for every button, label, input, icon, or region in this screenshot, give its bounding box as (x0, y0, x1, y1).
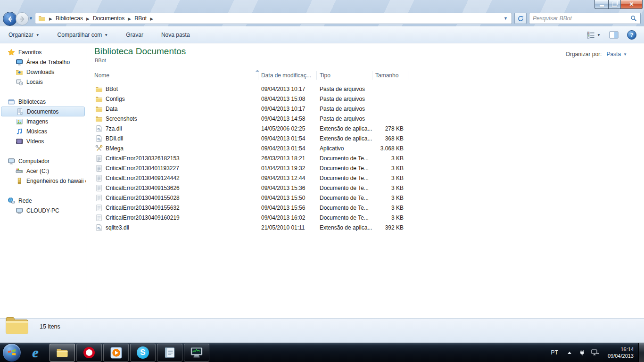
sidebar-item-videos[interactable]: Vídeos (0, 136, 86, 146)
back-button[interactable] (3, 12, 17, 26)
table-row[interactable]: CriticalError20130409160219 09/04/2013 1… (87, 213, 644, 222)
table-row[interactable]: CriticalError20130326182153 26/03/2013 1… (87, 153, 644, 163)
sidebar-item-musicas[interactable]: Músicas (0, 126, 86, 136)
toolbar-button-organizar[interactable]: Organizar▼ (4, 29, 44, 41)
toolbar-button-gravar[interactable]: Gravar (121, 29, 148, 41)
table-row[interactable]: CriticalError20130409155028 09/04/2013 1… (87, 193, 644, 203)
sidebar-item-documentos[interactable]: Documentos (1, 107, 85, 116)
breadcrumb-item-documentos[interactable]: Documentos (93, 15, 124, 22)
file-name[interactable]: Configs (106, 96, 125, 102)
recent-pages-dropdown[interactable]: ▼ (29, 16, 33, 21)
library-title: Biblioteca Documentos (94, 46, 186, 57)
file-name[interactable]: CriticalError20130409124442 (106, 175, 180, 181)
preview-pane-button[interactable] (609, 31, 619, 39)
taskbar-app-system-monitor[interactable] (184, 344, 209, 362)
table-row[interactable]: CriticalError20130401193227 01/04/2013 1… (87, 163, 644, 173)
arrange-by-control[interactable]: Organizar por: Pasta ▼ (566, 51, 627, 58)
sidebar-group-computador[interactable]: Computador (0, 156, 86, 166)
table-row[interactable]: BMega 09/04/2013 01:54 Aplicativo 3.068 … (87, 143, 644, 153)
file-name[interactable]: CriticalError20130409160219 (106, 214, 180, 221)
language-indicator[interactable]: PT (546, 349, 563, 356)
file-name[interactable]: Screenshots (106, 115, 137, 122)
file-date: 08/04/2013 15:08 (258, 96, 317, 102)
file-name[interactable]: CriticalError20130409153626 (106, 185, 180, 191)
forward-button[interactable] (16, 12, 29, 25)
file-name[interactable]: BBot (106, 86, 118, 92)
taskbar-app-internet-explorer[interactable]: e (23, 344, 48, 362)
table-row[interactable]: BBot 09/04/2013 10:17 Pasta de arquivos (87, 84, 644, 94)
file-name[interactable]: BMega (106, 145, 124, 152)
refresh-button[interactable] (514, 13, 527, 24)
table-row[interactable]: CriticalError20130409153626 09/04/2013 1… (87, 183, 644, 193)
close-button[interactable]: ✕ (621, 0, 643, 9)
show-hidden-icons-button[interactable] (568, 352, 571, 354)
address-dropdown-icon[interactable]: ▼ (504, 16, 509, 21)
taskbar-app-skype[interactable]: S (130, 344, 156, 362)
sidebar-item-cloudy-pc[interactable]: CLOUDY-PC (0, 206, 86, 215)
show-desktop-button[interactable] (638, 343, 644, 362)
taskbar-app-windows-explorer[interactable] (50, 344, 75, 362)
file-type-icon (95, 115, 103, 123)
file-type-icon (95, 135, 103, 142)
views-button[interactable]: ▼ (587, 31, 601, 39)
sidebar-item-downloads[interactable]: Downloads (0, 67, 86, 77)
network-tray-icon[interactable] (591, 349, 599, 356)
arrange-dropdown-icon[interactable]: ▼ (623, 52, 627, 57)
file-type-icon (95, 145, 103, 152)
sidebar-group-favoritos[interactable]: Favoritos (0, 47, 86, 57)
clock[interactable]: 16:14 09/04/2013 (608, 346, 634, 359)
file-name[interactable]: sqlite3.dll (106, 224, 129, 231)
file-name[interactable]: 7za.dll (106, 125, 122, 132)
search-icon (630, 15, 637, 22)
start-button[interactable] (2, 343, 21, 362)
search-placeholder: Pesquisar BBot (533, 15, 630, 22)
remove-hardware-icon[interactable] (579, 349, 586, 356)
views-dropdown-icon[interactable]: ▼ (597, 33, 601, 37)
toolbar-button-compartilhar-com[interactable]: Compartilhar com▼ (53, 29, 113, 41)
file-type: Documento de Te... (317, 175, 372, 181)
taskbar-app-media-player[interactable] (103, 344, 129, 362)
sidebar-group-bibliotecas[interactable]: Bibliotecas (0, 97, 86, 107)
minimize-button[interactable] (594, 0, 608, 9)
sidebar-group: Computador Acer (C:)Engenheiros do hawai… (0, 156, 86, 186)
file-name[interactable]: CriticalError20130326182153 (106, 155, 180, 162)
file-name[interactable]: CriticalError20130409155632 (106, 205, 180, 211)
table-row[interactable]: sqlite3.dll 21/05/2010 01:11 Extensão de… (87, 222, 644, 232)
restore-icon (612, 2, 617, 7)
table-row[interactable]: Configs 08/04/2013 15:08 Pasta de arquiv… (87, 94, 644, 104)
table-row[interactable]: Screenshots 09/04/2013 14:58 Pasta de ar… (87, 114, 644, 123)
taskbar-app-notepad[interactable] (157, 344, 182, 362)
file-name[interactable]: CriticalError20130409155028 (106, 195, 180, 201)
sidebar-item-area-de-trabalho[interactable]: Área de Trabalho (0, 57, 86, 67)
sidebar-item-locais[interactable]: Locais (0, 77, 86, 87)
column-header-type[interactable]: Tipo (317, 71, 372, 80)
table-row[interactable]: CriticalError20130409124442 09/04/2013 1… (87, 173, 644, 183)
sidebar-item-imagens[interactable]: Imagens (0, 116, 86, 126)
breadcrumb-item-bibliotecas[interactable]: Bibliotecas (56, 15, 83, 22)
file-name[interactable]: BDll.dll (106, 135, 123, 142)
column-header-size[interactable]: Tamanho (372, 71, 408, 80)
sidebar-item-acer-c[interactable]: Acer (C:) (0, 166, 86, 176)
table-row[interactable]: CriticalError20130409155632 09/04/2013 1… (87, 203, 644, 213)
table-row[interactable]: BDll.dll 09/04/2013 01:54 Extensão de ap… (87, 133, 644, 143)
file-date: 09/04/2013 01:54 (258, 145, 317, 152)
maximize-button[interactable] (608, 0, 621, 9)
explorer-main: Favoritos Área de TrabalhoDownloadsLocai… (0, 43, 644, 318)
breadcrumb-item-bbot[interactable]: BBot (134, 15, 147, 22)
address-bar[interactable]: ▶Bibliotecas▶Documentos▶BBot▶ ▼ (35, 13, 512, 24)
taskbar-app-opera[interactable] (76, 344, 102, 362)
file-name[interactable]: Data (106, 106, 117, 112)
help-button[interactable]: ? (627, 30, 636, 40)
column-header-name[interactable]: Nome (87, 71, 258, 80)
sidebar-group-rede[interactable]: Rede (0, 196, 86, 206)
search-input[interactable]: Pesquisar BBot (529, 13, 641, 24)
arrange-by-value[interactable]: Pasta (606, 51, 621, 58)
file-date: 09/04/2013 16:02 (258, 214, 317, 221)
file-name[interactable]: CriticalError20130401193227 (106, 165, 179, 172)
table-row[interactable]: Data 09/04/2013 10:17 Pasta de arquivos (87, 104, 644, 114)
sidebar-item-engenheiros-do-hawaii-e[interactable]: Engenheiros do hawaii e (0, 176, 86, 186)
navigation-row: ▼ ▶Bibliotecas▶Documentos▶BBot▶ ▼ Pesqui… (0, 11, 644, 26)
toolbar-button-nova-pasta[interactable]: Nova pasta (157, 29, 195, 41)
table-row[interactable]: 7za.dll 14/05/2006 02:25 Extensão de apl… (87, 123, 644, 133)
column-header-date[interactable]: Data de modificaç... (258, 71, 317, 80)
